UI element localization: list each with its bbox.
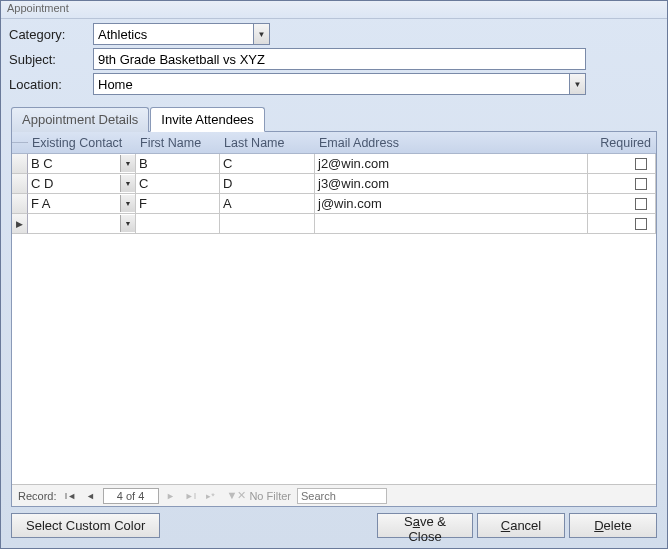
col-header-email[interactable]: Email Address	[315, 134, 588, 152]
nav-new-button[interactable]: ▸*	[201, 487, 221, 505]
invite-attendees-panel: Existing Contact First Name Last Name Em…	[11, 131, 657, 507]
cell-first[interactable]	[136, 214, 220, 234]
category-input[interactable]	[93, 23, 253, 45]
nav-prev-button[interactable]: ◄	[81, 487, 101, 505]
table-row-new[interactable]: ▶ ▼	[12, 214, 656, 234]
cell-required[interactable]	[588, 174, 656, 194]
contact-value: B C	[31, 156, 53, 171]
cell-email[interactable]: j3@win.com	[315, 174, 588, 194]
nav-first-button[interactable]: I◄	[61, 487, 81, 505]
grid-header: Existing Contact First Name Last Name Em…	[12, 132, 656, 154]
contact-value: F A	[31, 196, 51, 211]
cell-contact[interactable]: F A ▼	[28, 194, 136, 214]
cell-last[interactable]: C	[220, 154, 315, 174]
tab-strip: Appointment Details Invite Attendees	[1, 100, 667, 131]
contact-dropdown-button[interactable]: ▼	[120, 195, 135, 212]
delete-button[interactable]: Delete	[569, 513, 657, 538]
save-close-button[interactable]: Save & Close	[377, 513, 473, 538]
cell-contact[interactable]: ▼	[28, 214, 136, 234]
col-header-first[interactable]: First Name	[136, 134, 220, 152]
col-header-contact[interactable]: Existing Contact	[28, 134, 136, 152]
cell-email[interactable]: j@win.com	[315, 194, 588, 214]
record-position[interactable]: 4 of 4	[103, 488, 159, 504]
tab-appointment-details[interactable]: Appointment Details	[11, 107, 149, 132]
cell-contact[interactable]: C D ▼	[28, 174, 136, 194]
row-selector[interactable]	[12, 174, 28, 194]
col-header-last[interactable]: Last Name	[220, 134, 315, 152]
required-checkbox[interactable]	[635, 198, 647, 210]
required-checkbox[interactable]	[635, 158, 647, 170]
tab-invite-attendees[interactable]: Invite Attendees	[150, 107, 265, 132]
location-label: Location:	[9, 77, 87, 92]
cell-last[interactable]	[220, 214, 315, 234]
select-custom-color-button[interactable]: Select Custom Color	[11, 513, 160, 538]
nav-last-button[interactable]: ►I	[181, 487, 201, 505]
row-selector[interactable]	[12, 194, 28, 214]
location-combo[interactable]: ▼	[93, 73, 586, 95]
nav-next-button[interactable]: ►	[161, 487, 181, 505]
cell-contact[interactable]: B C ▼	[28, 154, 136, 174]
required-checkbox[interactable]	[635, 218, 647, 230]
category-combo[interactable]: ▼	[93, 23, 270, 45]
row-selector[interactable]	[12, 154, 28, 174]
cell-email[interactable]	[315, 214, 588, 234]
window-title: Appointment	[1, 1, 667, 19]
contact-value: C D	[31, 176, 53, 191]
table-row[interactable]: B C ▼ B C j2@win.com	[12, 154, 656, 174]
row-selector-current[interactable]: ▶	[12, 214, 28, 234]
attendees-grid: Existing Contact First Name Last Name Em…	[12, 132, 656, 506]
cell-first[interactable]: C	[136, 174, 220, 194]
search-input[interactable]	[297, 488, 387, 504]
cell-last[interactable]: A	[220, 194, 315, 214]
category-label: Category:	[9, 27, 87, 42]
cell-last[interactable]: D	[220, 174, 315, 194]
category-dropdown-button[interactable]: ▼	[253, 23, 270, 45]
grid-body[interactable]: B C ▼ B C j2@win.com C D ▼ C D	[12, 154, 656, 484]
contact-dropdown-button[interactable]: ▼	[120, 155, 135, 172]
no-filter-indicator: ▼✕ No Filter	[227, 489, 291, 502]
location-dropdown-button[interactable]: ▼	[569, 73, 586, 95]
subject-input[interactable]	[93, 48, 586, 70]
cell-email[interactable]: j2@win.com	[315, 154, 588, 174]
table-row[interactable]: C D ▼ C D j3@win.com	[12, 174, 656, 194]
appointment-window: Appointment Category: ▼ Subject: Locatio…	[0, 0, 668, 549]
cell-first[interactable]: B	[136, 154, 220, 174]
contact-dropdown-button[interactable]: ▼	[120, 175, 135, 192]
subject-label: Subject:	[9, 52, 87, 67]
col-header-required[interactable]: Required	[588, 134, 656, 152]
form-area: Category: ▼ Subject: Location: ▼	[1, 19, 667, 100]
button-bar: Select Custom Color Save & Close Cancel …	[1, 507, 667, 548]
record-label: Record:	[14, 490, 61, 502]
cell-first[interactable]: F	[136, 194, 220, 214]
cell-required[interactable]	[588, 194, 656, 214]
cell-required[interactable]	[588, 154, 656, 174]
filter-icon: ▼✕	[227, 489, 247, 502]
table-row[interactable]: F A ▼ F A j@win.com	[12, 194, 656, 214]
cell-required[interactable]	[588, 214, 656, 234]
location-input[interactable]	[93, 73, 569, 95]
cancel-button[interactable]: Cancel	[477, 513, 565, 538]
record-navigator: Record: I◄ ◄ 4 of 4 ► ►I ▸* ▼✕ No Filter	[12, 484, 656, 506]
contact-dropdown-button[interactable]: ▼	[120, 215, 135, 232]
required-checkbox[interactable]	[635, 178, 647, 190]
